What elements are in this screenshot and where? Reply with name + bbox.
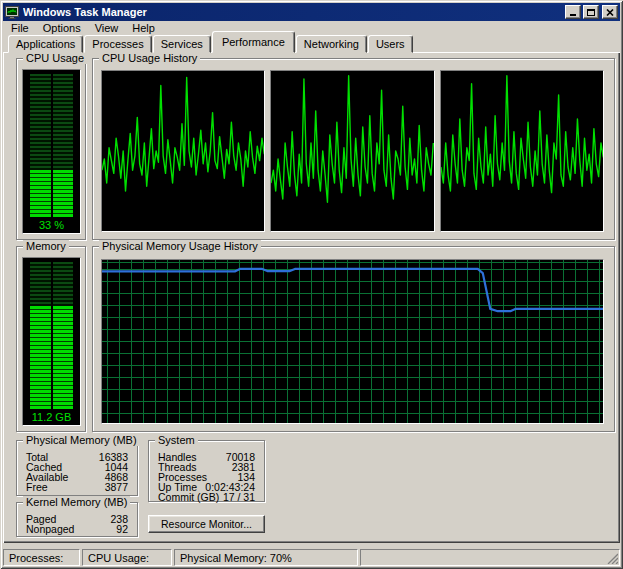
- physical-memory-row-free: Free3877: [17, 482, 137, 492]
- memory-group: Memory 11.2 GB: [16, 246, 86, 432]
- memory-history-group-label: Physical Memory Usage History: [99, 240, 261, 252]
- memory-gauge-divider: [51, 258, 53, 409]
- close-icon: [606, 9, 614, 16]
- cpu-usage-group: CPU Usage 33 %: [16, 58, 86, 240]
- task-manager-window: Windows Task Manager File Options View H…: [0, 0, 623, 569]
- tab-performance[interactable]: Performance: [212, 31, 295, 53]
- memory-group-label: Memory: [23, 240, 69, 252]
- memory-gauge: 11.2 GB: [22, 257, 81, 426]
- cpu-history-line-2: [271, 71, 433, 231]
- resize-grip-icon[interactable]: [606, 552, 618, 564]
- kernel-memory-row-nonpaged: Nonpaged92: [17, 524, 137, 534]
- cpu-history-graph-2: [270, 70, 434, 232]
- memory-history-line: [102, 260, 603, 423]
- memory-history-graph: [101, 259, 604, 424]
- cpu-history-line-3: [441, 71, 603, 231]
- cpu-gauge-divider: [51, 70, 53, 217]
- kernel-memory-group: Kernel Memory (MB) Paged238 Nonpaged92: [16, 502, 138, 537]
- window-title: Windows Task Manager: [23, 6, 563, 18]
- status-filler-panel: [360, 549, 620, 566]
- cpu-usage-gauge: 33 %: [22, 69, 81, 234]
- maximize-button[interactable]: [583, 5, 599, 19]
- cpu-history-panels: [101, 70, 604, 232]
- task-manager-icon: [5, 6, 20, 19]
- cpu-history-graph-1: [101, 70, 265, 232]
- status-cpu-usage: CPU Usage: 33%: [82, 549, 172, 566]
- maximize-icon: [587, 9, 595, 16]
- status-bar: Processes: 134 CPU Usage: 33% Physical M…: [3, 546, 620, 566]
- cpu-history-graph-3: [440, 70, 604, 232]
- cpu-usage-group-label: CPU Usage: [23, 52, 87, 64]
- tab-processes[interactable]: Processes: [84, 35, 151, 53]
- title-bar[interactable]: Windows Task Manager: [3, 3, 620, 21]
- system-group-label: System: [155, 434, 198, 446]
- performance-tab-page: CPU Usage 33 % CPU Usage History: [3, 52, 620, 543]
- cpu-history-group: CPU Usage History: [92, 58, 615, 240]
- tab-services[interactable]: Services: [153, 35, 211, 53]
- resource-monitor-button[interactable]: Resource Monitor...: [148, 515, 265, 533]
- tab-applications[interactable]: Applications: [8, 35, 83, 53]
- tab-users[interactable]: Users: [368, 35, 413, 53]
- physical-memory-group: Physical Memory (MB) Total16383 Cached10…: [16, 440, 138, 496]
- system-group: System Handles70018 Threads2381 Processe…: [148, 440, 265, 502]
- cpu-history-group-label: CPU Usage History: [99, 52, 200, 64]
- status-processes: Processes: 134: [3, 549, 80, 566]
- cpu-history-line-1: [102, 71, 264, 231]
- tab-networking[interactable]: Networking: [296, 35, 367, 53]
- cpu-usage-value: 33 %: [23, 219, 80, 231]
- system-row-commit: Commit (GB)17 / 31: [149, 492, 264, 502]
- kernel-memory-group-label: Kernel Memory (MB): [23, 496, 130, 508]
- close-button[interactable]: [602, 5, 618, 19]
- memory-value: 11.2 GB: [23, 411, 80, 423]
- physical-memory-group-label: Physical Memory (MB): [23, 434, 140, 446]
- minimize-button[interactable]: [565, 5, 581, 19]
- tab-strip: Applications Processes Services Performa…: [8, 31, 414, 53]
- status-physical-memory: Physical Memory: 70%: [174, 549, 358, 566]
- memory-history-group: Physical Memory Usage History: [92, 246, 615, 432]
- minimize-icon: [570, 14, 576, 16]
